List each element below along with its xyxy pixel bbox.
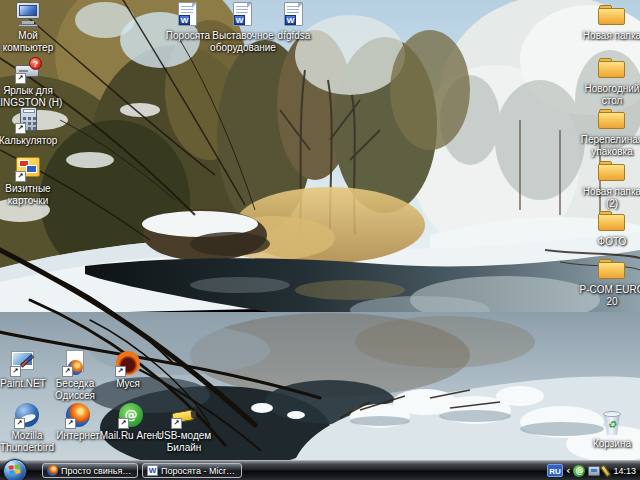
desktop-icon-my-computer[interactable]: Мой компьютер	[0, 2, 64, 54]
task-title: Просто свинья - Mozil...	[61, 466, 133, 476]
icon-label: Новая папка	[576, 30, 640, 42]
firefox-icon	[47, 465, 58, 476]
removable-drive-icon	[12, 57, 44, 83]
desktop-icon-doc-dfgfdsa[interactable]: dfgfdsa	[258, 2, 330, 42]
desktop-icon-calculator[interactable]: Калькулятор	[0, 107, 64, 147]
pen-tray-icon[interactable]	[600, 464, 611, 477]
taskbar-task-firefox[interactable]: Просто свинья - Mozil...	[42, 463, 138, 478]
firefox-icon	[62, 402, 94, 428]
my-computer-icon	[12, 2, 44, 28]
desktop-icon-kingston-shortcut[interactable]: Ярлык для KINGSTON (H)	[0, 57, 64, 109]
windows-flag-icon	[8, 464, 20, 474]
icon-label: Корзина	[576, 438, 640, 450]
language-indicator[interactable]: RU	[547, 464, 563, 477]
taskbar: Просто свинья - Mozil... Поросята - Micr…	[0, 460, 640, 480]
desktop-background[interactable]: Мой компьютер Ярлык для KINGSTON (H) Кал…	[0, 0, 640, 460]
desktop-icon-folder-novaya-papka-2[interactable]: Новая папка (2)	[576, 158, 640, 210]
folder-icon	[596, 2, 628, 28]
icon-label: ФОТО	[576, 236, 640, 248]
screen: Мой компьютер Ярлык для KINGSTON (H) Кал…	[0, 0, 640, 480]
taskbar-task-word[interactable]: Поросята - Microsoft ...	[142, 463, 242, 478]
icon-label: Новая папка (2)	[576, 186, 640, 210]
folder-icon	[596, 55, 628, 81]
icon-label: Ярлык для KINGSTON (H)	[0, 85, 64, 109]
mailru-agent-tray-icon[interactable]	[573, 465, 585, 477]
icon-label: USB-модем Билайн	[148, 430, 220, 454]
folder-icon	[596, 106, 628, 132]
icon-label: Калькулятор	[0, 135, 64, 147]
icon-label: Муся	[92, 378, 164, 390]
icon-label: dfgfdsa	[258, 30, 330, 42]
business-cards-icon	[12, 155, 44, 181]
word-icon	[147, 465, 158, 476]
mailru-agent-icon	[115, 402, 147, 428]
desktop-icon-recycle-bin[interactable]: Корзина	[576, 410, 640, 450]
icon-label: Новогодний стол	[576, 83, 640, 107]
thunderbird-icon	[11, 402, 43, 428]
folder-icon	[596, 256, 628, 282]
icon-label: P-COM EURO 20	[576, 284, 640, 308]
start-button[interactable]	[3, 459, 27, 480]
system-tray: RU 14:13	[547, 461, 638, 480]
folder-icon	[596, 158, 628, 184]
desktop-icon-usb-modem[interactable]: USB-модем Билайн	[148, 402, 220, 454]
icon-label: Мой компьютер	[0, 30, 64, 54]
desktop-icon-business-cards[interactable]: Визитные карточки	[0, 155, 64, 207]
recycle-bin-icon	[596, 410, 628, 436]
word-document-icon	[172, 2, 204, 28]
desktop-icon-folder-novogodniy-stol[interactable]: Новогодний стол	[576, 55, 640, 107]
network-tray-icon[interactable]	[588, 466, 600, 476]
icon-label: Визитные карточки	[0, 183, 64, 207]
word-document-icon	[227, 2, 259, 28]
desktop-icon-folder-foto[interactable]: ФОТО	[576, 208, 640, 248]
usb-modem-icon	[168, 402, 200, 428]
clock[interactable]: 14:13	[613, 466, 636, 476]
paint-net-icon	[7, 350, 39, 376]
hide-icons-chevron[interactable]	[566, 464, 571, 477]
desktop-icon-folder-pcom-euro[interactable]: P-COM EURO 20	[576, 256, 640, 308]
desktop-icon-folder-novaya-papka[interactable]: Новая папка	[576, 2, 640, 42]
task-title: Поросята - Microsoft ...	[161, 466, 237, 476]
folder-icon	[596, 208, 628, 234]
calculator-icon	[12, 107, 44, 133]
icon-label: Перепелиная упаковка	[576, 134, 640, 158]
desktop-icon-musya[interactable]: Муся	[92, 350, 164, 390]
desktop-icon-folder-perepelinaya[interactable]: Перепелиная упаковка	[576, 106, 640, 158]
orange-ring-icon	[112, 350, 144, 376]
firefox-document-icon	[59, 350, 91, 376]
word-document-icon	[278, 2, 310, 28]
